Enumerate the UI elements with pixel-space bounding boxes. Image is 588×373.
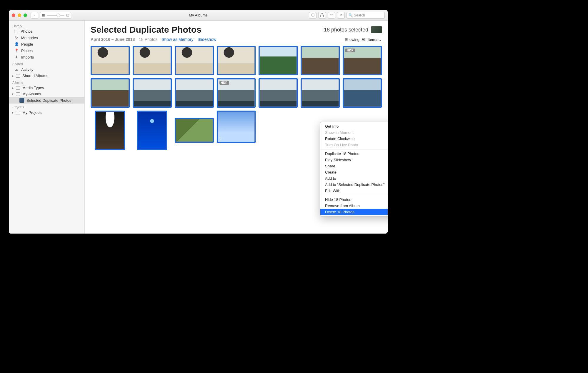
- menu-hide[interactable]: Hide 18 Photos: [320, 197, 388, 203]
- close-button[interactable]: [12, 14, 15, 17]
- sidebar-item-selected-duplicate-photos[interactable]: Selected Duplicate Photos: [9, 97, 84, 104]
- menu-turn-on-live-photo: Turn On Live Photo: [320, 142, 388, 148]
- photo-grid: HDR HDR: [91, 46, 382, 108]
- photo-thumb[interactable]: [175, 118, 214, 143]
- photo-thumb[interactable]: [301, 78, 340, 108]
- show-as-memory-link[interactable]: Show as Memory: [161, 37, 193, 42]
- menu-get-info[interactable]: Get Info: [320, 123, 388, 129]
- menu-edit-with[interactable]: Edit With▶: [320, 188, 388, 194]
- menu-play-slideshow[interactable]: Play Slideshow: [320, 157, 388, 163]
- content-area: Selected Duplicate Photos 18 photos sele…: [85, 21, 388, 234]
- sidebar-item-shared-albums[interactable]: ▶Shared Albums: [9, 73, 84, 79]
- photo-thumb[interactable]: [175, 78, 214, 108]
- album-title: Selected Duplicate Photos: [91, 25, 201, 35]
- disclosure-icon[interactable]: ▶: [11, 111, 14, 114]
- album-icon: [16, 92, 20, 96]
- photo-thumb[interactable]: [133, 78, 172, 108]
- album-icon: [16, 86, 20, 90]
- context-menu: Get Info Show in Moment Rotate Clockwise…: [320, 122, 388, 217]
- traffic-lights: [12, 14, 27, 17]
- sidebar: Library Photos ↻Memories 👤People 📍Places…: [9, 21, 85, 234]
- selection-count: 18 photos selected: [324, 27, 368, 33]
- info-button[interactable]: ⓘ: [309, 12, 317, 19]
- fullscreen-button[interactable]: [24, 14, 27, 17]
- sidebar-item-places[interactable]: 📍Places: [9, 47, 84, 54]
- menu-add-to[interactable]: Add to▶: [320, 175, 388, 181]
- menu-add-to-album[interactable]: Add to “Selected Duplicate Photos”: [320, 181, 388, 188]
- sidebar-item-my-albums[interactable]: ▼My Albums: [9, 91, 84, 97]
- menu-duplicate[interactable]: Duplicate 18 Photos: [320, 151, 388, 157]
- search-placeholder: Search: [354, 13, 365, 17]
- memories-icon: ↻: [14, 35, 19, 40]
- photo-thumb[interactable]: HDR: [217, 78, 256, 108]
- places-icon: 📍: [14, 48, 19, 53]
- menu-delete[interactable]: Delete 18 Photos: [320, 209, 388, 215]
- sidebar-item-memories[interactable]: ↻Memories: [9, 34, 84, 41]
- disclosure-icon[interactable]: ▶: [11, 74, 14, 77]
- menu-remove-from-album[interactable]: Remove from Album: [320, 203, 388, 209]
- favorite-icon: ♡: [219, 136, 223, 141]
- sidebar-item-people[interactable]: 👤People: [9, 41, 84, 47]
- search-field[interactable]: 🔍 Search: [347, 12, 385, 19]
- back-button[interactable]: ‹: [31, 12, 38, 19]
- people-icon: 👤: [14, 42, 19, 46]
- window-title: My Albums: [189, 13, 208, 17]
- photo-thumb[interactable]: ♡: [217, 111, 256, 143]
- search-icon: 🔍: [349, 13, 353, 17]
- photo-thumb[interactable]: [259, 46, 298, 75]
- section-shared: Shared: [9, 60, 84, 66]
- imports-icon: ⬇: [14, 55, 19, 59]
- hdr-badge: HDR: [345, 49, 355, 52]
- menu-create[interactable]: Create▶: [320, 169, 388, 175]
- photo-count: 18 Photos: [139, 37, 157, 42]
- menu-show-in-moment: Show in Moment: [320, 129, 388, 136]
- date-range: April 2016 – June 2018: [91, 37, 135, 42]
- zoom-slider[interactable]: [47, 15, 64, 16]
- section-library: Library: [9, 22, 84, 28]
- photo-thumb[interactable]: [91, 78, 130, 108]
- large-thumb-icon: ▢: [66, 13, 69, 17]
- hdr-badge: HDR: [219, 81, 229, 85]
- photo-thumb[interactable]: [343, 78, 382, 108]
- photo-thumb[interactable]: [137, 111, 167, 150]
- photo-thumb[interactable]: [91, 46, 130, 75]
- section-projects: Projects: [9, 104, 84, 109]
- minimize-button[interactable]: [18, 14, 21, 17]
- sidebar-item-my-projects[interactable]: ▶My Projects: [9, 109, 84, 116]
- photo-thumb[interactable]: [175, 46, 214, 75]
- photo-thumb[interactable]: [259, 78, 298, 108]
- photos-icon: [14, 30, 18, 33]
- photo-thumb[interactable]: [217, 46, 256, 75]
- menu-separator: [320, 195, 388, 195]
- titlebar: ‹ ▦ ▢ My Albums ⓘ ♡ ⟳ 🔍 Search: [9, 10, 388, 21]
- cloud-icon: ☁: [14, 67, 19, 72]
- share-icon: [320, 13, 324, 17]
- photos-app-window: ‹ ▦ ▢ My Albums ⓘ ♡ ⟳ 🔍 Search Library P…: [9, 10, 388, 234]
- folder-icon: [16, 111, 20, 114]
- thumbnail-size-control[interactable]: ▦ ▢: [40, 12, 71, 19]
- sidebar-item-media-types[interactable]: ▶Media Types: [9, 85, 84, 91]
- menu-rotate-clockwise[interactable]: Rotate Clockwise: [320, 136, 388, 142]
- sidebar-item-photos[interactable]: Photos: [9, 28, 84, 34]
- disclosure-icon[interactable]: ▶: [11, 86, 14, 89]
- rotate-button[interactable]: ⟳: [337, 12, 345, 19]
- photo-thumb[interactable]: [301, 46, 340, 75]
- album-icon: [16, 74, 20, 78]
- small-thumbs-icon: ▦: [42, 13, 45, 17]
- disclosure-icon[interactable]: ▼: [11, 93, 14, 96]
- photo-thumb[interactable]: [133, 46, 172, 75]
- menu-separator: [320, 149, 388, 149]
- photo-thumb[interactable]: HDR: [343, 46, 382, 75]
- photo-thumb[interactable]: [95, 111, 125, 150]
- album-thumb-icon: [19, 98, 24, 103]
- favorite-button[interactable]: ♡: [328, 12, 335, 19]
- share-button[interactable]: [318, 12, 326, 19]
- showing-filter[interactable]: Showing: All Items ⌄: [345, 37, 382, 42]
- sidebar-item-activity[interactable]: ☁Activity: [9, 66, 84, 73]
- section-albums: Albums: [9, 79, 84, 85]
- menu-share[interactable]: Share▶: [320, 163, 388, 169]
- key-photo-thumb[interactable]: [371, 26, 382, 33]
- chevron-down-icon: ⌄: [379, 37, 382, 42]
- sidebar-item-imports[interactable]: ⬇Imports: [9, 54, 84, 60]
- slideshow-link[interactable]: Slideshow: [197, 37, 216, 42]
